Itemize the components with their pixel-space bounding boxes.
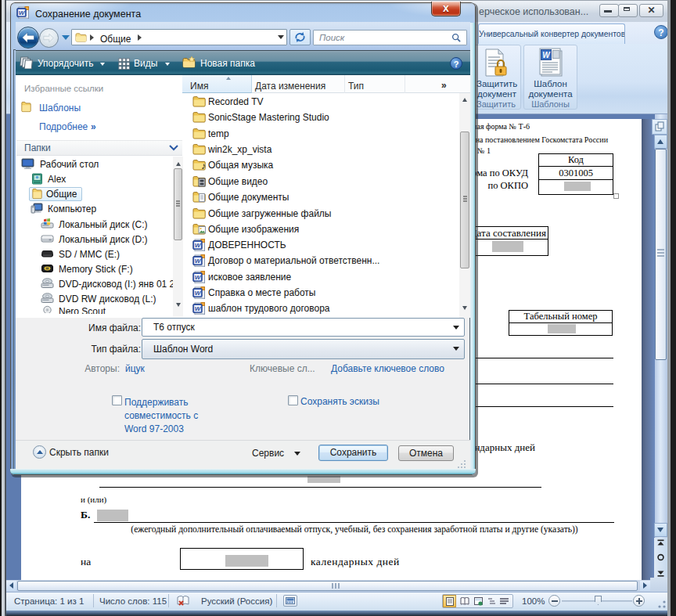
svg-text:W: W <box>542 51 551 59</box>
svg-text:♪: ♪ <box>201 160 206 171</box>
